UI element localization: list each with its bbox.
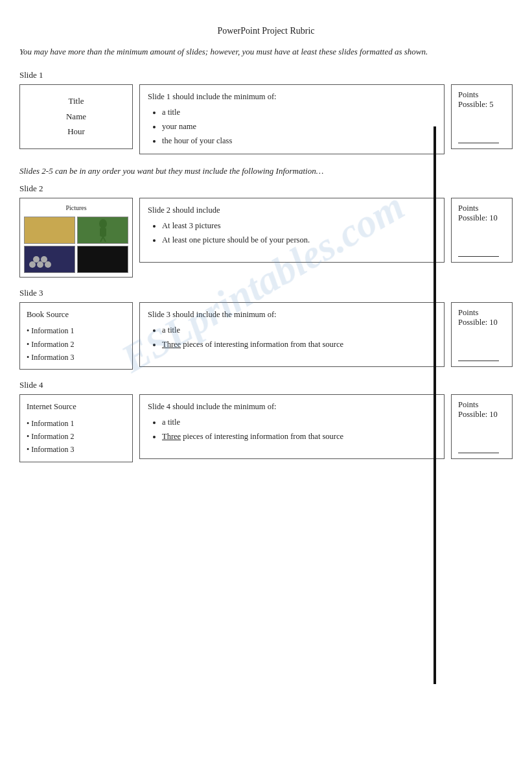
list-item: At least 3 pictures [162,219,436,232]
list-item: a title [162,416,436,429]
list-item: Three pieces of interesting information … [162,430,436,443]
slide-1-section: Slide 1 TitleNameHour Slide 1 should inc… [19,70,513,154]
points-value: Possible: 10 [458,410,505,420]
list-item: • Information 2 [27,338,75,351]
slide-1-preview-text: TitleNameHour [66,93,86,139]
page-title: PowerPoint Project Rubric [19,26,513,36]
list-item: • Information 2 [27,430,75,443]
list-item: • Information 1 [27,417,75,430]
pic-thumb-3 [24,246,75,273]
list-item: • Information 1 [27,324,75,337]
slide-3-points: Points Possible: 10 [451,302,513,367]
slide-3-row: Book Source • Information 1 • Informatio… [19,302,513,370]
internet-info-list: • Information 1 • Information 2 • Inform… [27,417,75,456]
slide-3-preview: Book Source • Information 1 • Informatio… [19,302,133,370]
slide-3-label: Slide 3 [19,288,513,298]
svg-point-4 [29,261,36,268]
slide-1-req-title: Slide 1 should include the minimum of: [148,92,277,101]
slide-3-requirements: Slide 3 should include the minimum of: a… [139,302,445,367]
slide-2-label: Slide 2 [19,184,513,194]
list-item: a title [162,106,436,119]
points-label: Points [458,308,505,318]
svg-point-8 [41,256,47,263]
slide-2-requirements: Slide 2 should include At least 3 pictur… [139,198,445,263]
pic-thumb-2 [77,217,128,244]
slide-4-req-list: a title Three pieces of interesting info… [162,416,436,443]
list-item: the hour of your class [162,134,436,147]
slide-1-row: TitleNameHour Slide 1 should include the… [19,84,513,154]
points-value: Possible: 10 [458,318,505,327]
slide-4-section: Slide 4 Internet Source • Information 1 … [19,380,513,462]
slide-4-req-title: Slide 4 should include the minimum of: [148,402,277,411]
svg-point-0 [99,219,107,228]
underline-text: Three [162,432,181,441]
slide-3-section: Slide 3 Book Source • Information 1 • In… [19,288,513,370]
points-label: Points [458,400,505,410]
slide-2-preview: Pictures [19,198,133,278]
points-label: Points [458,90,505,100]
slide-1-req-list: a title your name the hour of your class [162,106,436,147]
points-line [458,256,499,257]
internet-source-title: Internet Source [27,400,76,414]
list-item: your name [162,120,436,133]
slide-2-req-title: Slide 2 should include [148,206,220,215]
section-break: Slides 2-5 can be in any order you want … [19,165,513,178]
svg-line-2 [100,237,103,242]
svg-rect-1 [100,228,106,237]
slide-4-row: Internet Source • Information 1 • Inform… [19,394,513,462]
list-item: • Information 3 [27,351,75,364]
points-line [458,453,499,453]
pic-thumb-4 [77,246,128,273]
underline-text: Three [162,340,181,349]
slide-1-requirements: Slide 1 should include the minimum of: a… [139,84,445,154]
points-value: Possible: 5 [458,100,505,110]
svg-point-7 [33,256,40,263]
slide-4-preview: Internet Source • Information 1 • Inform… [19,394,133,462]
slide-2-row: Pictures Slide 2 should include [19,198,513,278]
list-item: At least one picture should be of your p… [162,233,436,246]
slide-2-section: Slide 2 Pictures [19,184,513,278]
slide-3-req-list: a title Three pieces of interesting info… [162,324,436,351]
book-info-list: • Information 1 • Information 2 • Inform… [27,324,75,364]
pic-thumb-1 [24,217,75,244]
list-item: Three pieces of interesting information … [162,338,436,351]
slide-2-req-list: At least 3 pictures At least one picture… [162,219,436,246]
slide-4-label: Slide 4 [19,380,513,390]
points-line [458,361,499,361]
svg-point-6 [45,261,51,268]
points-label: Points [458,204,505,213]
slide-2-points: Points Possible: 10 [451,198,513,263]
book-source-title: Book Source [27,308,69,322]
svg-point-5 [37,261,43,268]
slide-1-points: Points Possible: 5 [451,84,513,149]
slide-4-points: Points Possible: 10 [451,394,513,459]
slide-3-req-title: Slide 3 should include the minimum of: [148,310,277,319]
list-item: • Information 3 [27,443,75,456]
slide-1-preview: TitleNameHour [19,84,133,149]
svg-line-3 [103,237,106,242]
points-value: Possible: 10 [458,213,505,223]
points-line [458,143,499,143]
slide-1-label: Slide 1 [19,70,513,80]
vertical-divider [434,126,436,684]
intro-text: You may have more than the minimum amoun… [19,45,513,58]
pictures-label: Pictures [24,202,128,214]
slide-4-requirements: Slide 4 should include the minimum of: a… [139,394,445,459]
list-item: a title [162,324,436,337]
